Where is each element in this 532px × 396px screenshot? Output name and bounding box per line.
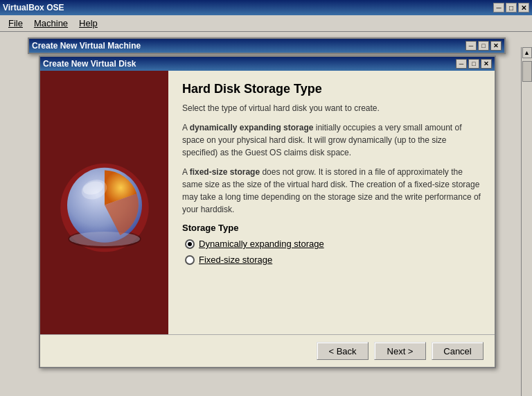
app-title: VirtualBox OSE (3, 3, 64, 12)
disk-illustration (53, 150, 157, 255)
disk-minimize-button[interactable]: ─ (456, 59, 467, 69)
scroll-thumb[interactable] (522, 61, 532, 82)
back-button[interactable]: < Back (317, 342, 369, 360)
disk-heading: Hard Disk Storage Type (182, 82, 481, 96)
fixed-storage-bold: fixed-size storage (190, 167, 260, 177)
menu-machine[interactable]: Machine (28, 17, 73, 30)
dynamic-storage-bold: dynamically expanding storage (190, 123, 314, 132)
main-area: Create New Virtual Machine ─ □ ✕ Create … (0, 32, 532, 396)
close-button[interactable]: ✕ (518, 3, 529, 12)
main-title-bar: VirtualBox OSE ─ □ ✕ (0, 0, 532, 15)
fixed-radio-label: Fixed-size storage (199, 255, 272, 265)
disk-subtitle: Select the type of virtual hard disk you… (182, 103, 481, 113)
disk-content-panel: Hard Disk Storage Type Select the type o… (168, 71, 495, 334)
next-button[interactable]: Next > (374, 342, 426, 360)
main-scrollbar[interactable]: ▲ ▼ (521, 47, 532, 396)
menu-help[interactable]: Help (73, 17, 103, 30)
vm-dialog-controls: ─ □ ✕ (466, 41, 502, 51)
disk-dialog-controls: ─ □ ✕ (456, 59, 492, 69)
fixed-storage-desc: A fixed-size storage does not grow. It i… (182, 166, 481, 216)
scroll-up-button[interactable]: ▲ (522, 47, 532, 58)
create-vm-dialog: Create New Virtual Machine ─ □ ✕ Create … (28, 37, 506, 54)
vm-minimize-button[interactable]: ─ (466, 41, 477, 51)
disk-dialog-title: Create New Virtual Disk (43, 59, 136, 69)
dynamic-storage-desc: A dynamically expanding storage initiall… (182, 121, 481, 159)
menu-file[interactable]: File (3, 17, 28, 30)
disk-dialog-title-bar: Create New Virtual Disk ─ □ ✕ (40, 57, 495, 71)
storage-type-label: Storage Type (182, 223, 481, 233)
dynamic-radio-button[interactable] (185, 239, 195, 249)
vm-maximize-button[interactable]: □ (478, 41, 489, 51)
dynamic-radio-label: Dynamically expanding storage (199, 239, 324, 249)
disk-dialog-content: Hard Disk Storage Type Select the type o… (40, 71, 495, 334)
maximize-button[interactable]: □ (506, 3, 517, 12)
disk-maximize-button[interactable]: □ (468, 59, 479, 69)
svg-point-4 (69, 232, 140, 246)
minimize-button[interactable]: ─ (493, 3, 504, 12)
menu-bar: File Machine Help (0, 15, 532, 32)
disk-image-panel (40, 71, 168, 334)
cancel-button[interactable]: Cancel (432, 342, 484, 360)
dynamic-radio-item[interactable]: Dynamically expanding storage (185, 239, 481, 249)
main-window-controls: ─ □ ✕ (493, 3, 529, 12)
fixed-radio-button[interactable] (185, 255, 195, 265)
storage-type-radio-group: Dynamically expanding storage Fixed-size… (185, 239, 481, 265)
create-disk-dialog: Create New Virtual Disk ─ □ ✕ (39, 55, 496, 368)
vm-close-button[interactable]: ✕ (490, 41, 502, 51)
button-bar: < Back Next > Cancel (40, 335, 495, 367)
fixed-radio-item[interactable]: Fixed-size storage (185, 255, 481, 265)
disk-close-button[interactable]: ✕ (481, 59, 492, 69)
vm-dialog-title-bar: Create New Virtual Machine ─ □ ✕ (29, 39, 504, 53)
vm-dialog-title: Create New Virtual Machine (32, 41, 141, 51)
